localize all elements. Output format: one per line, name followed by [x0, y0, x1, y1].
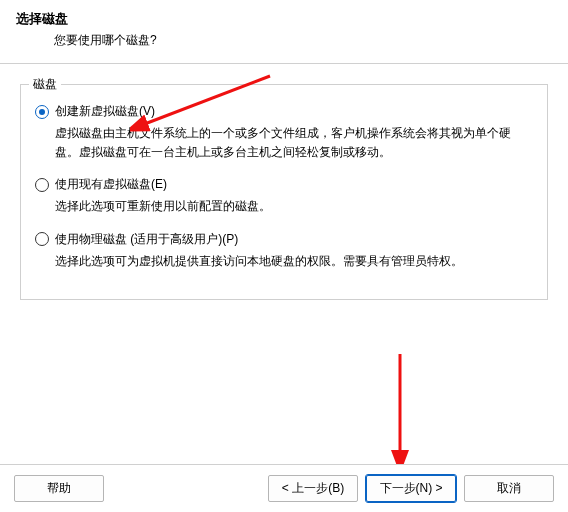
fieldset-legend: 磁盘 — [29, 76, 61, 93]
main-content: 磁盘 创建新虚拟磁盘(V) 虚拟磁盘由主机文件系统上的一个或多个文件组成，客户机… — [0, 64, 568, 310]
cancel-button[interactable]: 取消 — [464, 475, 554, 502]
radio-icon[interactable] — [35, 105, 49, 119]
option-use-physical-disk[interactable]: 使用物理磁盘 (适用于高级用户)(P) 选择此选项可为虚拟机提供直接访问本地硬盘… — [35, 231, 533, 271]
annotation-arrow-icon — [370, 350, 430, 470]
option-desc: 虚拟磁盘由主机文件系统上的一个或多个文件组成，客户机操作系统会将其视为单个硬盘。… — [35, 124, 533, 162]
option-label: 创建新虚拟磁盘(V) — [55, 103, 155, 120]
next-button[interactable]: 下一步(N) > — [366, 475, 456, 502]
help-button[interactable]: 帮助 — [14, 475, 104, 502]
button-bar: 帮助 < 上一步(B) 下一步(N) > 取消 — [0, 464, 568, 512]
radio-icon[interactable] — [35, 178, 49, 192]
back-button[interactable]: < 上一步(B) — [268, 475, 358, 502]
disk-fieldset: 磁盘 创建新虚拟磁盘(V) 虚拟磁盘由主机文件系统上的一个或多个文件组成，客户机… — [20, 84, 548, 300]
page-title: 选择磁盘 — [16, 10, 552, 28]
option-label: 使用现有虚拟磁盘(E) — [55, 176, 167, 193]
option-create-new-disk[interactable]: 创建新虚拟磁盘(V) 虚拟磁盘由主机文件系统上的一个或多个文件组成，客户机操作系… — [35, 103, 533, 162]
page-subtitle: 您要使用哪个磁盘? — [16, 32, 552, 49]
option-use-existing-disk[interactable]: 使用现有虚拟磁盘(E) 选择此选项可重新使用以前配置的磁盘。 — [35, 176, 533, 216]
option-desc: 选择此选项可为虚拟机提供直接访问本地硬盘的权限。需要具有管理员特权。 — [35, 252, 533, 271]
option-label: 使用物理磁盘 (适用于高级用户)(P) — [55, 231, 238, 248]
option-desc: 选择此选项可重新使用以前配置的磁盘。 — [35, 197, 533, 216]
radio-icon[interactable] — [35, 232, 49, 246]
wizard-header: 选择磁盘 您要使用哪个磁盘? — [0, 0, 568, 55]
